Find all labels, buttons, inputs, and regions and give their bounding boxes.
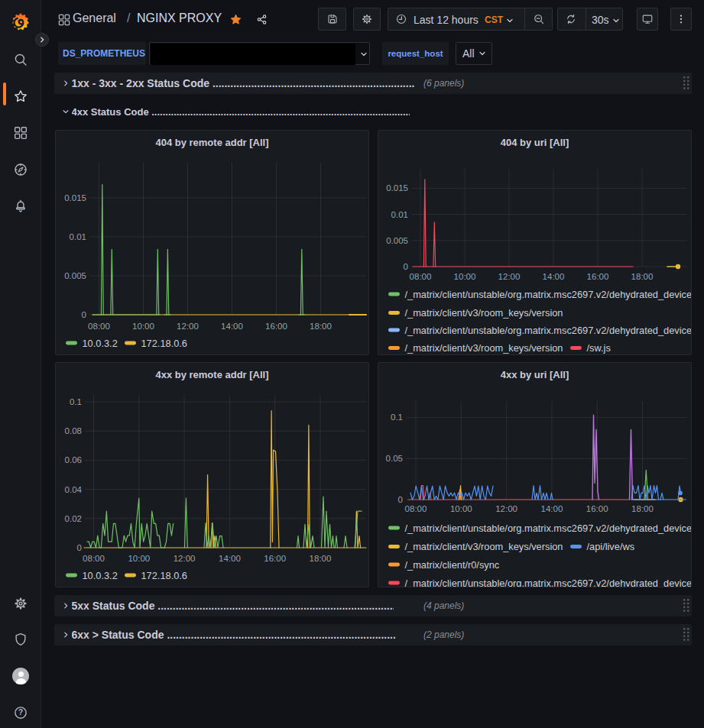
svg-text:/_matrix/client/v3/room_keys/v: /_matrix/client/v3/room_keys/version (405, 342, 563, 354)
svg-text:16:00: 16:00 (587, 272, 609, 281)
svg-text:?: ? (18, 708, 23, 717)
svg-text:08:00: 08:00 (83, 554, 105, 563)
svg-text:10:00: 10:00 (128, 554, 150, 563)
svg-text:0: 0 (82, 310, 86, 319)
svg-text:18:00: 18:00 (631, 272, 654, 281)
svg-text:16:00: 16:00 (586, 504, 608, 513)
svg-text:12:00: 12:00 (177, 322, 199, 331)
svg-text:0.08: 0.08 (65, 426, 82, 435)
svg-text:0.015: 0.015 (386, 183, 408, 193)
svg-text:10.0.3.2: 10.0.3.2 (83, 338, 118, 349)
svg-text:08:00: 08:00 (405, 504, 427, 513)
svg-text:0.01: 0.01 (391, 210, 408, 219)
svg-text:/sw.js: /sw.js (587, 342, 611, 354)
svg-text:/api/live/ws: /api/live/ws (587, 541, 635, 552)
svg-text:10:00: 10:00 (132, 322, 154, 331)
svg-text:16:00: 16:00 (264, 554, 286, 563)
svg-text:/_matrix/client/unstable/org.m: /_matrix/client/unstable/org.matrix.msc2… (405, 523, 693, 534)
svg-text:0.05: 0.05 (386, 454, 403, 463)
svg-text:/_matrix/client/r0/sync: /_matrix/client/r0/sync (405, 559, 500, 571)
svg-text:12:00: 12:00 (174, 554, 196, 563)
svg-text:0.06: 0.06 (65, 455, 82, 464)
svg-text:/_matrix/client/unstable/org.m: /_matrix/client/unstable/org.matrix.msc2… (405, 289, 693, 300)
svg-text:12:00: 12:00 (498, 272, 521, 281)
svg-text:/_matrix/client/v3/room_keys/v: /_matrix/client/v3/room_keys/version (405, 307, 563, 319)
svg-text:14:00: 14:00 (219, 554, 241, 563)
svg-text:18:00: 18:00 (310, 554, 332, 563)
svg-text:0.005: 0.005 (386, 236, 408, 245)
svg-text:0: 0 (398, 495, 403, 504)
svg-text:14:00: 14:00 (221, 322, 243, 331)
svg-text:0.02: 0.02 (65, 514, 82, 523)
svg-text:0: 0 (404, 262, 408, 271)
svg-text:08:00: 08:00 (88, 322, 110, 331)
svg-text:172.18.0.6: 172.18.0.6 (141, 338, 188, 349)
svg-text:/_matrix/client/v3/room_keys/v: /_matrix/client/v3/room_keys/version (405, 541, 563, 552)
svg-text:0.1: 0.1 (391, 413, 403, 422)
svg-text:08:00: 08:00 (410, 272, 432, 281)
svg-text:0.1: 0.1 (70, 397, 82, 406)
svg-text:0.005: 0.005 (64, 271, 86, 280)
svg-text:0.01: 0.01 (70, 232, 86, 241)
svg-text:0.015: 0.015 (64, 193, 86, 202)
svg-text:12:00: 12:00 (495, 504, 517, 513)
svg-text:16:00: 16:00 (265, 322, 287, 331)
svg-text:18:00: 18:00 (631, 504, 654, 513)
svg-text:14:00: 14:00 (541, 504, 563, 513)
svg-text:10:00: 10:00 (450, 504, 472, 513)
svg-text:0: 0 (77, 543, 82, 552)
svg-text:10:00: 10:00 (454, 272, 476, 281)
svg-text:/_matrix/client/unstable/org.m: /_matrix/client/unstable/org.matrix.msc2… (405, 578, 693, 587)
svg-text:10.0.3.2: 10.0.3.2 (83, 570, 118, 581)
svg-text:172.18.0.6: 172.18.0.6 (141, 570, 188, 581)
svg-text:14:00: 14:00 (543, 272, 565, 281)
svg-text:/_matrix/client/unstable/org.m: /_matrix/client/unstable/org.matrix.msc2… (405, 325, 693, 336)
svg-text:0.04: 0.04 (65, 485, 83, 494)
svg-text:18:00: 18:00 (310, 322, 332, 331)
